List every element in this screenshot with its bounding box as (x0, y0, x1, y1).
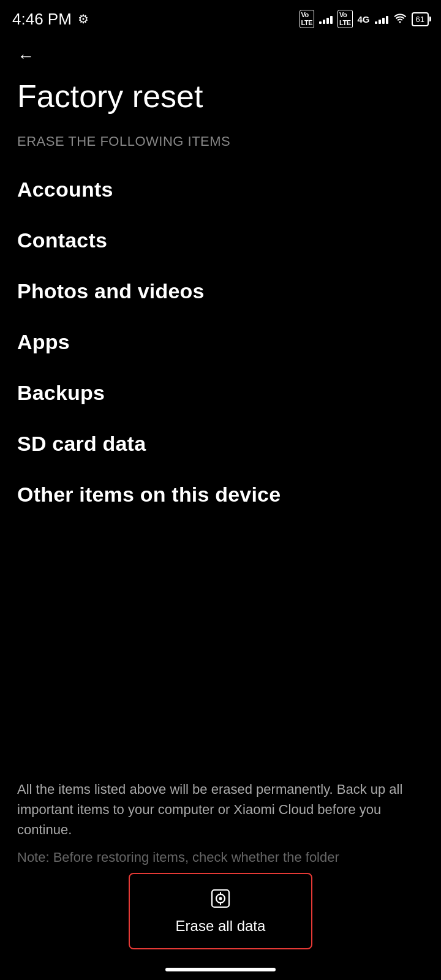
erase-item-accounts: Accounts (0, 164, 441, 215)
battery-level: 61 (416, 15, 424, 24)
back-arrow-icon: ← (17, 47, 34, 66)
bar (330, 16, 333, 24)
warning-note-text: Note: Before restoring items, check whet… (17, 847, 424, 867)
bar (386, 16, 388, 24)
bar (326, 18, 329, 24)
erase-items-list: Accounts Contacts Photos and videos Apps… (0, 164, 441, 520)
erase-item-photos: Photos and videos (0, 266, 441, 317)
back-button[interactable]: ← (0, 34, 47, 72)
bar (375, 21, 377, 24)
erase-section-header: ERASE THE FOLLOWING ITEMS (0, 134, 441, 164)
volte-badge-1: VoLTE (300, 10, 314, 28)
page-title: Factory reset (0, 72, 441, 134)
status-bar: 4:46 PM ⚙ VoLTE VoLTE 4G (0, 0, 441, 34)
warning-main-text: All the items listed above will be erase… (17, 779, 424, 840)
bar (319, 21, 322, 24)
status-time-area: 4:46 PM ⚙ (12, 10, 89, 29)
status-icons: VoLTE VoLTE 4G 61 (300, 10, 429, 28)
signal-bars-2 (375, 14, 388, 24)
warning-section: All the items listed above will be erase… (0, 779, 441, 882)
wifi-icon (393, 12, 407, 26)
erase-item-other: Other items on this device (0, 469, 441, 520)
home-indicator (165, 968, 276, 971)
gear-icon: ⚙ (78, 12, 89, 26)
erase-button-icon (209, 888, 232, 911)
erase-all-data-button[interactable]: Erase all data (129, 873, 312, 949)
erase-item-sdcard: SD card data (0, 418, 441, 469)
bar (379, 20, 381, 24)
network-4g: 4G (358, 14, 370, 24)
battery-indicator: 61 (412, 12, 429, 26)
erase-button-label: Erase all data (176, 918, 266, 935)
erase-item-backups: Backups (0, 368, 441, 418)
volte-badge-2: VoLTE (337, 10, 352, 28)
erase-item-apps: Apps (0, 317, 441, 368)
bar (323, 20, 325, 24)
bar (382, 18, 385, 24)
time-display: 4:46 PM (12, 10, 72, 29)
signal-bars-1 (319, 14, 333, 24)
erase-item-contacts: Contacts (0, 215, 441, 266)
erase-button-container: Erase all data (0, 873, 441, 949)
svg-point-2 (219, 897, 222, 900)
